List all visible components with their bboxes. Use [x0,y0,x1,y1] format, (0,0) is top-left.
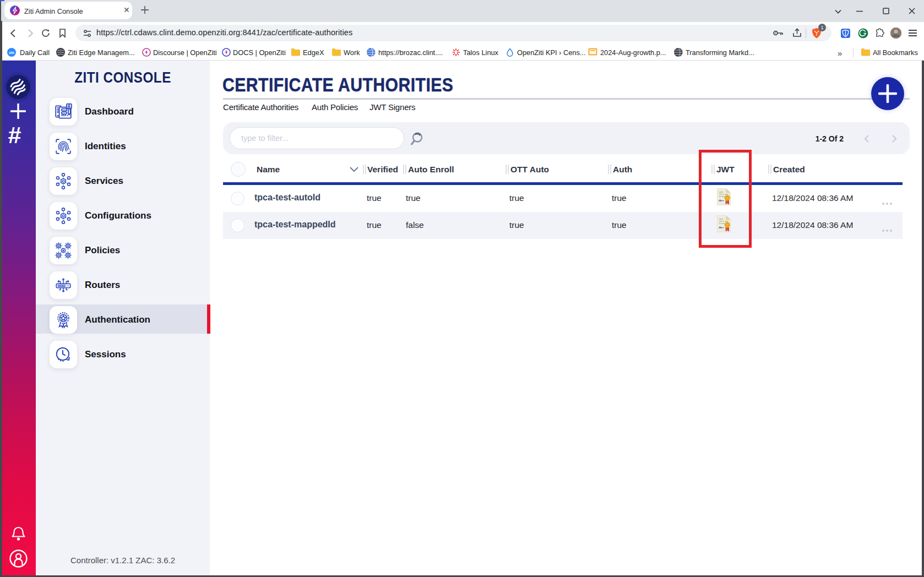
svg-text:zm: zm [9,51,14,55]
